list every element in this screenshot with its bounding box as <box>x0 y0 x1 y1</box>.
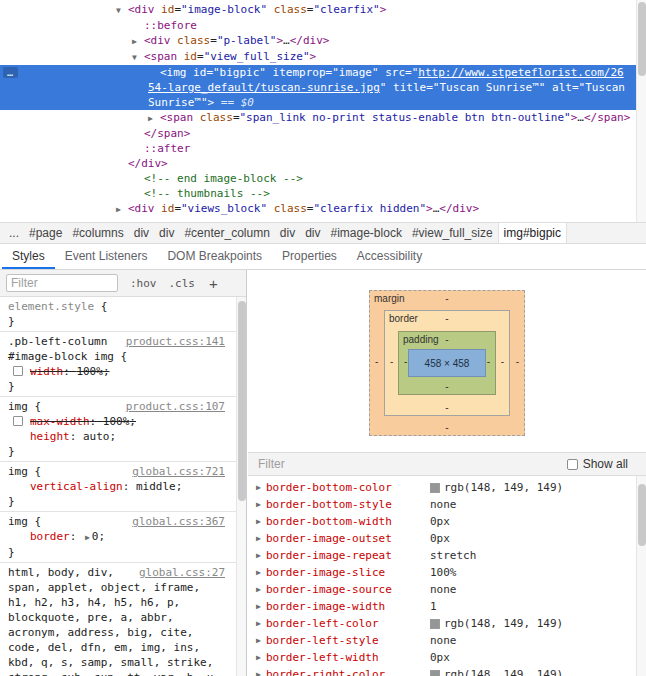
computed-scrollbar[interactable] <box>636 476 646 676</box>
expand-arrow-icon[interactable]: ▶ <box>256 530 266 547</box>
breadcrumb-item[interactable]: ... <box>4 223 24 243</box>
computed-property-row[interactable]: ▶border-left-colorrgb(148, 149, 149) <box>248 615 646 632</box>
tree-row[interactable]: ▶<div class="p-label">…</div> <box>0 33 646 49</box>
box-model-content[interactable]: 458 × 458 <box>408 349 486 377</box>
property-name[interactable]: vertical-align <box>30 480 123 493</box>
expand-arrow-icon[interactable]: ▶ <box>256 547 266 564</box>
expand-arrow-icon[interactable]: ▶ <box>256 513 266 530</box>
tree-row[interactable]: ::after <box>0 141 646 156</box>
breadcrumb-item[interactable]: img#bigpic <box>498 223 567 243</box>
box-model-padding[interactable]: padding - - - - 458 × 458 <box>398 331 496 395</box>
tree-row[interactable]: ▼<div id="image-block" class="clearfix"> <box>0 2 646 18</box>
scrollbar-thumb[interactable] <box>638 2 646 76</box>
css-property[interactable]: border: ▶0; <box>8 529 225 545</box>
css-property[interactable]: width: 100%; <box>8 364 225 379</box>
stylesheet-link[interactable]: global.css:721 <box>132 464 225 479</box>
breadcrumb-item[interactable]: div <box>129 223 154 243</box>
styles-filter-input[interactable] <box>6 274 118 292</box>
margin-right-value[interactable]: - <box>516 356 519 367</box>
toggle-element-state-button[interactable]: :hov <box>130 277 157 290</box>
show-all-checkbox[interactable] <box>567 459 578 470</box>
box-model-border[interactable]: border - - - - padding - - - - 458 × 458 <box>384 310 510 416</box>
breadcrumb-item[interactable]: #center_column <box>179 223 274 243</box>
styles-scrollbar[interactable] <box>236 297 246 676</box>
scrollbar-thumb[interactable] <box>638 484 646 546</box>
rule-selector[interactable]: .pb-left-column #image-block img <box>8 335 114 363</box>
breadcrumb-item[interactable]: #columns <box>67 223 128 243</box>
tab-styles[interactable]: Styles <box>2 244 55 269</box>
tab-event-listeners[interactable]: Event Listeners <box>55 244 158 269</box>
border-bottom-value[interactable]: - <box>385 402 509 413</box>
collapse-arrow-icon[interactable]: ▼ <box>116 3 128 18</box>
property-value[interactable]: auto <box>83 430 110 443</box>
computed-property-row[interactable]: ▶border-bottom-stylenone <box>248 496 646 513</box>
element-classes-button[interactable]: .cls <box>169 277 196 290</box>
tree-row[interactable]: ▼<span id="view_full_size"> <box>0 49 646 65</box>
tree-row[interactable]: <!-- thumbnails --> <box>0 186 646 201</box>
property-name[interactable]: border <box>30 530 70 543</box>
padding-left-value[interactable]: - <box>404 356 407 367</box>
expand-arrow-icon[interactable]: ▶ <box>256 496 266 513</box>
expand-arrow-icon[interactable]: ▶ <box>256 564 266 581</box>
computed-property-row[interactable]: ▶border-image-sourcenone <box>248 581 646 598</box>
rule-selector[interactable]: img <box>8 515 28 528</box>
computed-property-row[interactable]: ▶border-left-stylenone <box>248 632 646 649</box>
css-property[interactable]: max-width: 100%; <box>8 414 225 429</box>
expand-arrow-icon[interactable]: ▶ <box>83 533 92 542</box>
tree-row[interactable]: ▶<span class="span_link no-print status-… <box>0 110 646 126</box>
breadcrumb-item[interactable]: #view_full_size <box>407 223 498 243</box>
property-name[interactable]: height <box>30 430 70 443</box>
elements-tree-scrollbar[interactable] <box>636 0 646 222</box>
css-property[interactable]: height: auto; <box>8 429 225 444</box>
property-checkbox[interactable] <box>13 416 23 426</box>
breadcrumb-item[interactable]: div <box>300 223 325 243</box>
tree-row[interactable]: ▶<div id="views_block" class="clearfix h… <box>0 201 646 217</box>
breadcrumb-item[interactable]: div <box>275 223 300 243</box>
border-left-value[interactable]: - <box>390 356 393 367</box>
expand-arrow-icon[interactable]: ▶ <box>256 479 266 496</box>
node-menu-dots-icon[interactable]: … <box>3 67 18 78</box>
rule-selector[interactable]: img <box>8 465 28 478</box>
margin-bottom-value[interactable]: - <box>370 422 524 433</box>
margin-top-value[interactable]: - <box>370 293 524 304</box>
expand-arrow-icon[interactable]: ▶ <box>256 666 266 676</box>
property-value[interactable]: 100% <box>103 415 130 428</box>
stylesheet-link[interactable]: global.css:367 <box>132 514 225 529</box>
expand-arrow-icon[interactable]: ▶ <box>256 649 266 666</box>
tab-properties[interactable]: Properties <box>272 244 347 269</box>
tree-row[interactable]: <img id="bigpic" itemprop="image" src="h… <box>0 65 646 110</box>
stylesheet-link[interactable]: product.css:141 <box>126 334 225 349</box>
show-all-control[interactable]: Show all <box>567 457 636 471</box>
expand-arrow-icon[interactable]: ▶ <box>116 202 128 217</box>
box-model-margin[interactable]: margin - - - - border - - - - padding - … <box>369 290 525 436</box>
property-value[interactable]: middle <box>136 480 176 493</box>
css-property[interactable]: vertical-align: middle; <box>8 479 225 494</box>
border-right-value[interactable]: - <box>501 356 504 367</box>
tree-row[interactable]: </div> <box>0 156 646 171</box>
padding-bottom-value[interactable]: - <box>399 381 495 392</box>
expand-arrow-icon[interactable]: ▶ <box>148 111 160 126</box>
computed-property-row[interactable]: ▶border-image-width1 <box>248 598 646 615</box>
scrollbar-thumb[interactable] <box>238 301 246 501</box>
computed-property-row[interactable]: ▶border-left-width0px <box>248 649 646 666</box>
tree-row[interactable]: ::before <box>0 18 646 33</box>
computed-property-row[interactable]: ▶border-bottom-colorrgb(148, 149, 149) <box>248 479 646 496</box>
rule-selector[interactable]: img <box>8 400 28 413</box>
expand-arrow-icon[interactable]: ▶ <box>256 615 266 632</box>
expand-arrow-icon[interactable]: ▶ <box>132 34 144 49</box>
computed-property-row[interactable]: ▶border-image-outset0px <box>248 530 646 547</box>
margin-left-value[interactable]: - <box>375 356 378 367</box>
padding-top-value[interactable]: - <box>399 334 495 345</box>
computed-property-row[interactable]: ▶border-image-repeatstretch <box>248 547 646 564</box>
tab-accessibility[interactable]: Accessibility <box>347 244 432 269</box>
computed-property-row[interactable]: ▶border-right-colorrgb(148, 149, 149) <box>248 666 646 676</box>
new-style-rule-button[interactable]: + <box>209 276 218 291</box>
rule-selector[interactable]: html, body, div, span, applet, object, i… <box>8 566 220 676</box>
computed-property-row[interactable]: ▶border-image-slice100% <box>248 564 646 581</box>
computed-property-row[interactable]: ▶border-bottom-width0px <box>248 513 646 530</box>
rule-selector[interactable]: element.style <box>8 300 94 313</box>
computed-filter-input[interactable] <box>258 457 438 471</box>
breadcrumb-item[interactable]: #image-block <box>326 223 407 243</box>
tree-row[interactable]: </span> <box>0 126 646 141</box>
property-name[interactable]: max-width <box>30 415 90 428</box>
